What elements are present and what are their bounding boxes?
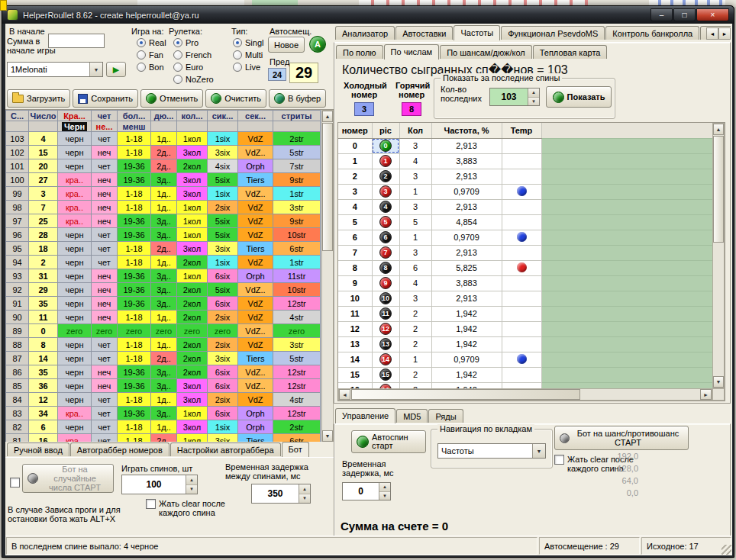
spin-cell[interactable]: 1д.. (151, 338, 177, 352)
spin-cell[interactable]: 6six (208, 269, 238, 283)
frequency-cell[interactable]: 6 (372, 230, 399, 245)
spin-cell[interactable]: 3д.. (151, 379, 177, 393)
frequency-cell[interactable]: 6 (399, 260, 431, 275)
spin-cell[interactable]: 1д.. (151, 132, 177, 146)
spin-cell[interactable]: 1six (208, 132, 238, 146)
spin-cell[interactable]: черн (58, 159, 92, 173)
spin-cell[interactable]: 2кол (177, 365, 208, 379)
spin-cell[interactable]: 2str (273, 420, 321, 434)
spin-cell[interactable]: 3д.. (151, 173, 177, 187)
spin-cell[interactable]: 3д.. (151, 283, 177, 297)
spin-cell[interactable]: zero (208, 324, 238, 338)
spin-cell[interactable]: 1six (208, 420, 238, 434)
spin-cell[interactable]: 81 (6, 434, 29, 443)
spin-cell[interactable]: 6six (208, 297, 238, 311)
spin-cell[interactable]: 3кол (177, 146, 208, 159)
spin-cell[interactable]: 19-36 (118, 379, 151, 393)
spin-cell[interactable]: неч (92, 146, 118, 159)
spin-cell[interactable]: 1д.. (151, 256, 177, 269)
spin-cell[interactable]: 2д.. (151, 352, 177, 365)
spin-cell[interactable]: черн (58, 256, 92, 269)
spin-up-button[interactable]: ▲ (186, 475, 197, 485)
radio-French[interactable]: French (173, 49, 214, 61)
spin-cell[interactable]: 12 (29, 393, 58, 407)
spin-cell[interactable]: Orph (238, 269, 273, 283)
spin-cell[interactable]: 35 (29, 297, 58, 311)
scroll-up-button[interactable]: ▲ (322, 111, 333, 122)
scrollbar-thumb[interactable] (322, 123, 333, 251)
toolbar-button-Загрузить[interactable]: Загрузить (7, 89, 70, 108)
spin-cell[interactable]: 1-18 (118, 393, 151, 407)
toolbar-button-Очистить[interactable]: Очистить (205, 89, 266, 108)
spin-cell[interactable]: VdZ.. (238, 146, 273, 159)
spin-cell[interactable]: неч (92, 365, 118, 379)
spin-cell[interactable]: 3six (208, 242, 238, 256)
spin-cell[interactable]: черн (58, 242, 92, 256)
spin-cell[interactable]: 4str (273, 311, 321, 324)
spin-cell[interactable]: 19-36 (118, 228, 151, 242)
frequency-row[interactable]: 3310,9709 (338, 184, 712, 199)
spin-cell[interactable]: 12str (273, 407, 321, 420)
spin-row[interactable]: 9135черннеч19-363д..2кол6sixVdZ12str (6, 297, 321, 311)
spin-cell[interactable]: 92 (6, 283, 29, 297)
spin-cell[interactable]: VdZ.. (238, 283, 273, 297)
spin-cell[interactable]: 8 (29, 338, 58, 352)
random-bot-start-button[interactable]: Бот на случайные числа СТАРТ (22, 464, 114, 493)
spin-cell[interactable]: 99 (6, 187, 29, 201)
frequency-cell[interactable]: 13 (372, 336, 399, 352)
history-vertical-scrollbar[interactable]: ▲ ▼ (321, 110, 334, 442)
frequency-cell[interactable] (541, 230, 712, 245)
scroll-left-button[interactable]: ◄ (339, 389, 350, 400)
radio-Multi[interactable]: Multi (233, 49, 263, 61)
spin-row[interactable]: 8334кра..чет19-363д..1кол6sixOrph12str (6, 407, 321, 420)
spin-row[interactable]: 9229черннеч19-363д..2кол5sixVdZ..10str (6, 283, 321, 297)
spin-row[interactable]: 8116кра..чет1-182д..1кол3sixTiers6str (6, 434, 321, 443)
spin-up-button[interactable]: ▲ (528, 89, 539, 98)
spin-cell[interactable]: 6str (273, 242, 321, 256)
scrollbar-thumb[interactable] (713, 136, 724, 243)
spin-cell[interactable]: 3str (273, 338, 321, 352)
spin-cell[interactable]: 12str (273, 379, 321, 393)
frequency-cell[interactable]: 8 (372, 260, 399, 275)
frequency-cell[interactable]: 2 (399, 321, 431, 336)
spin-cell[interactable]: 1str (273, 256, 321, 269)
spin-cell[interactable]: чет (92, 338, 118, 352)
spin-cell[interactable]: VdZ (238, 338, 273, 352)
spin-cell[interactable]: 20 (29, 159, 58, 173)
spin-cell[interactable]: Tiers (238, 173, 273, 187)
spin-cell[interactable]: 6six (208, 407, 238, 420)
spin-cell[interactable]: 93 (6, 269, 29, 283)
spin-cell[interactable]: 4six (208, 159, 238, 173)
frequency-cell[interactable]: 1 (338, 153, 372, 169)
frequency-cell[interactable] (502, 336, 541, 352)
spin-cell[interactable]: 83 (6, 407, 29, 420)
frequency-cell[interactable]: 3 (399, 138, 431, 153)
spin-row[interactable]: 9331черннеч19-363д..1кол6sixOrph11str (6, 269, 321, 283)
spin-cell[interactable]: черн (58, 132, 92, 146)
spin-cell[interactable]: 1кол (177, 269, 208, 283)
spin-cell[interactable]: кра.. (58, 201, 92, 214)
scroll-up-button[interactable]: ▲ (713, 124, 724, 135)
frequency-row[interactable]: 0032,913 (338, 138, 712, 153)
frequency-cell[interactable] (502, 138, 541, 153)
radio-Live[interactable]: Live (233, 61, 263, 73)
frequency-cell[interactable]: 14 (338, 352, 372, 367)
frequency-cell[interactable] (541, 169, 712, 184)
spin-cell[interactable]: чет (92, 393, 118, 407)
frequency-cell[interactable]: 2 (338, 169, 372, 184)
spin-cell[interactable]: 3кол (177, 420, 208, 434)
tab-Ручной ввод[interactable]: Ручной ввод (7, 443, 69, 456)
frequency-row[interactable]: 121221,942 (338, 321, 712, 336)
frequency-cell[interactable]: 1 (399, 184, 431, 199)
spin-cell[interactable]: черн (58, 420, 92, 434)
clear-after-spin-checkbox[interactable] (554, 455, 564, 465)
spin-cell[interactable]: 12str (273, 365, 321, 379)
frequency-cell[interactable]: 0,9709 (431, 184, 502, 199)
frequency-cell[interactable]: 15 (338, 367, 372, 382)
spin-cell[interactable]: 1кол (177, 407, 208, 420)
frequency-cell[interactable] (502, 291, 541, 306)
tab-Управление[interactable]: Управление (335, 408, 395, 423)
spin-cell[interactable]: 1д.. (151, 311, 177, 324)
frequency-cell[interactable] (502, 306, 541, 321)
spin-cell[interactable]: 18 (29, 242, 58, 256)
